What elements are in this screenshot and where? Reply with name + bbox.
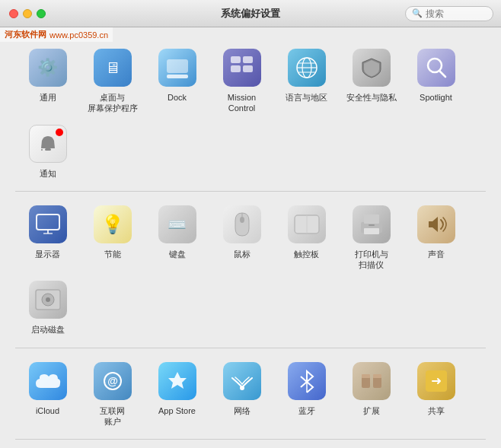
search-input[interactable]: [426, 8, 487, 19]
icloud-icon: [29, 362, 67, 400]
close-button[interactable]: [9, 9, 18, 18]
desktop-icon: 🖥: [94, 49, 132, 87]
spotlight-label: Spotlight: [420, 92, 452, 103]
svg-rect-15: [37, 214, 59, 230]
internet-label: 互联网账户: [100, 405, 125, 427]
sidebar-item-internet[interactable]: @ 互联网账户: [80, 356, 145, 432]
grid-row3: iCloud @ 互联网账户 App Store: [15, 356, 486, 432]
icon-trackpad-wrap: [286, 204, 327, 245]
sidebar-item-energy[interactable]: 💡 节能: [80, 199, 145, 275]
dock-icon: [158, 49, 196, 87]
title-bar: 系统偏好设置 🔍: [0, 0, 501, 27]
icon-energy-wrap: 💡: [92, 204, 133, 245]
sidebar-item-desktop[interactable]: 🖥 桌面与屏幕保护程序: [80, 43, 145, 119]
search-icon: 🔍: [412, 8, 423, 18]
icloud-label: iCloud: [36, 405, 59, 416]
notification-badge: [56, 129, 63, 136]
sidebar-item-trackpad[interactable]: 触控板: [274, 199, 339, 275]
network-icon: [223, 362, 261, 400]
sidebar-item-bluetooth[interactable]: 蓝牙: [274, 356, 339, 432]
sidebar-item-appstore[interactable]: App Store: [145, 356, 209, 432]
sidebar-item-startup[interactable]: 启动磁盘: [15, 275, 80, 339]
svg-rect-2: [231, 56, 241, 63]
dock-label: Dock: [168, 92, 187, 103]
notify-label: 通知: [40, 168, 56, 179]
icon-notify-wrap: [27, 123, 69, 164]
sidebar-item-share[interactable]: 共享: [404, 356, 468, 432]
extend-icon: [353, 362, 391, 400]
svg-rect-25: [369, 224, 375, 226]
icon-display-wrap: [27, 204, 69, 245]
icon-keyboard-wrap: ⌨️: [157, 204, 198, 245]
internet-icon: @: [94, 362, 132, 400]
display-icon: [29, 205, 67, 243]
svg-rect-0: [167, 59, 188, 73]
sidebar-item-network[interactable]: 网络: [209, 356, 274, 432]
sidebar-item-printer[interactable]: 打印机与扫描仪: [339, 199, 404, 275]
sidebar-item-lang[interactable]: 语言与地区: [274, 43, 339, 119]
appstore-icon: [158, 362, 196, 400]
lang-icon: [288, 49, 326, 87]
display-label: 显示器: [35, 249, 60, 259]
sidebar-item-notify[interactable]: 通知: [15, 119, 80, 183]
window-title: 系统偏好设置: [221, 7, 280, 21]
svg-rect-4: [231, 65, 241, 72]
sidebar-item-dock[interactable]: Dock: [145, 43, 209, 119]
grid-row1: ⚙️ 通用 🖥 桌面与屏幕保护程序 Dock: [15, 43, 486, 183]
icon-general-wrap: ⚙️: [27, 47, 69, 88]
icon-lang-wrap: [286, 47, 327, 88]
keyboard-icon: ⌨️: [158, 205, 196, 243]
sidebar-item-extend[interactable]: 扩展: [339, 356, 404, 432]
icon-security-wrap: [351, 47, 392, 88]
svg-point-14: [41, 149, 43, 151]
notify-icon: [29, 125, 67, 163]
general-label: 通用: [40, 92, 56, 103]
network-label: 网络: [234, 405, 250, 416]
icon-desktop-wrap: 🖥: [92, 47, 133, 88]
sidebar-item-mission[interactable]: MissionControl: [209, 43, 274, 119]
icon-icloud-wrap: [27, 361, 69, 402]
sidebar-item-sound[interactable]: 声音: [404, 199, 468, 275]
svg-rect-39: [373, 374, 381, 378]
svg-rect-1: [167, 75, 188, 78]
icon-appstore-wrap: [157, 361, 198, 402]
sidebar-item-mouse[interactable]: 鼠标: [209, 199, 274, 275]
startup-label: 启动磁盘: [31, 324, 65, 335]
trackpad-icon: [288, 205, 326, 243]
share-label: 共享: [428, 405, 445, 416]
minimize-button[interactable]: [23, 9, 32, 18]
svg-rect-23: [364, 214, 379, 224]
svg-point-29: [46, 297, 50, 302]
icon-mission-wrap: [222, 47, 263, 88]
sidebar-item-security[interactable]: 安全性与隐私: [339, 43, 404, 119]
svg-point-32: [240, 386, 244, 390]
mouse-label: 鼠标: [234, 249, 250, 259]
icon-dock-wrap: [157, 47, 198, 88]
startup-icon: [29, 281, 67, 319]
maximize-button[interactable]: [37, 9, 46, 18]
energy-label: 节能: [104, 249, 121, 259]
extend-label: 扩展: [363, 405, 380, 416]
traffic-lights: [9, 9, 46, 18]
icon-spotlight-wrap: [416, 47, 457, 88]
search-bar[interactable]: 🔍: [405, 6, 493, 21]
lang-label: 语言与地区: [286, 92, 327, 103]
sidebar-item-icloud[interactable]: iCloud: [15, 356, 80, 432]
main-content: ⚙️ 通用 🖥 桌面与屏幕保护程序 Dock: [0, 27, 501, 448]
icon-startup-wrap: [27, 279, 69, 320]
sidebar-item-general[interactable]: ⚙️ 通用: [15, 43, 80, 119]
svg-rect-36: [362, 377, 370, 388]
keyboard-label: 键盘: [169, 249, 186, 259]
grid-row2: 显示器 💡 节能 ⌨️ 键盘 鼠标: [15, 199, 486, 340]
sidebar-item-keyboard[interactable]: ⌨️ 键盘: [145, 199, 209, 275]
sidebar-item-display[interactable]: 显示器: [15, 199, 80, 275]
icon-printer-wrap: [351, 204, 392, 245]
mission-icon: [223, 49, 261, 87]
svg-line-34: [301, 377, 307, 382]
svg-marker-26: [429, 217, 438, 232]
section-row3: iCloud @ 互联网账户 App Store: [15, 348, 486, 440]
general-icon: ⚙️: [29, 49, 67, 87]
bluetooth-label: 蓝牙: [298, 405, 315, 416]
sidebar-item-spotlight[interactable]: Spotlight: [404, 43, 468, 119]
desktop-label: 桌面与屏幕保护程序: [88, 92, 138, 114]
